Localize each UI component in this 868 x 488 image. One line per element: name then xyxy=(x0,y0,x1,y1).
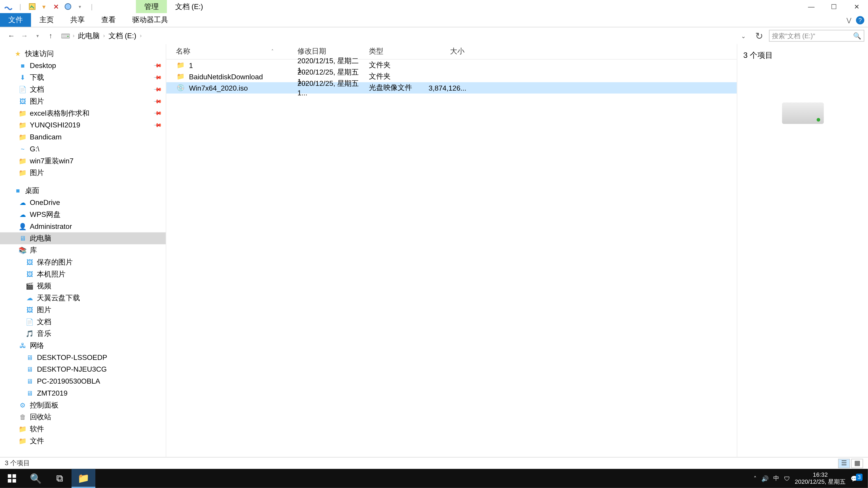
ribbon-home-tab[interactable]: 主页 xyxy=(31,13,62,27)
tree-software[interactable]: 📁软件 xyxy=(0,423,166,435)
breadcrumb-drive[interactable]: 文档 (E:) xyxy=(107,31,138,41)
tree-libraries[interactable]: 📚库 xyxy=(0,244,166,256)
column-date[interactable]: 修改日期 xyxy=(298,46,369,57)
breadcrumb-this-pc[interactable]: 此电脑 xyxy=(77,31,101,41)
qat-properties-icon[interactable] xyxy=(27,2,37,11)
tree-pictures[interactable]: 🖼图片📌 xyxy=(0,95,166,107)
tree-lib-tianyi[interactable]: ☁天翼云盘下载 xyxy=(0,292,166,304)
tree-onedrive[interactable]: ☁OneDrive xyxy=(0,197,166,208)
nav-back-button[interactable]: ← xyxy=(6,32,17,40)
tray-time: 16:32 xyxy=(795,471,846,479)
pin-icon: 📌 xyxy=(153,97,162,106)
column-name[interactable]: 名称˄ xyxy=(166,46,298,57)
action-center-icon[interactable]: 💬3 xyxy=(850,475,864,482)
help-icon[interactable]: ? xyxy=(856,16,864,24)
file-date: 2020/12/25, 星期五 1... xyxy=(298,78,369,97)
ribbon-expand-icon[interactable]: ⋁ xyxy=(846,17,851,23)
pin-icon: 📌 xyxy=(153,109,162,118)
refresh-button[interactable]: ↻ xyxy=(752,30,767,41)
tree-lib-music[interactable]: 🎵音乐 xyxy=(0,328,166,339)
tree-pictures-2[interactable]: 📁图片 xyxy=(0,167,166,179)
address-dropdown-icon[interactable]: ⌄ xyxy=(737,33,749,39)
tree-documents[interactable]: 📄文档📌 xyxy=(0,84,166,95)
qat-new-folder-icon[interactable]: ▾ xyxy=(39,2,49,11)
tree-label: 图片 xyxy=(37,305,51,315)
tree-this-pc[interactable]: 🖥此电脑 xyxy=(0,232,166,244)
tray-defender-icon[interactable]: 🛡 xyxy=(784,475,790,482)
tree-win7reinstall[interactable]: 📁win7重装win7 xyxy=(0,155,166,167)
address-bar[interactable]: › 此电脑 › 文档 (E:) › ⌄ xyxy=(58,31,749,41)
tree-excel-folder[interactable]: 📁excel表格制作求和📌 xyxy=(0,107,166,119)
file-row[interactable]: 📁12020/12/15, 星期二 1...文件夹 xyxy=(166,60,737,71)
tray-overflow-icon[interactable]: ˄ xyxy=(754,475,756,482)
tree-pc4[interactable]: 🖥ZMT2019 xyxy=(0,387,166,399)
breadcrumb-sep-1[interactable]: › xyxy=(103,33,105,39)
user-icon: 👤 xyxy=(18,222,27,231)
ribbon-drivetools-tab[interactable]: 驱动器工具 xyxy=(124,13,176,27)
search-icon: 🔍 xyxy=(853,32,862,39)
tree-pc2[interactable]: 🖥DESKTOP-NJEU3CG xyxy=(0,363,166,376)
cloud-icon: ☁ xyxy=(25,293,35,302)
search-button[interactable]: 🔍 xyxy=(24,469,48,488)
tree-files[interactable]: 📁文件 xyxy=(0,435,166,447)
nav-forward-button[interactable]: → xyxy=(19,32,30,40)
breadcrumb-sep-0[interactable]: › xyxy=(73,33,74,39)
tree-admin[interactable]: 👤Administrator xyxy=(0,221,166,232)
tree-recycle-bin[interactable]: 🗑回收站 xyxy=(0,411,166,423)
tray-ime-indicator[interactable]: 中 xyxy=(773,474,779,483)
file-list[interactable]: 名称˄ 修改日期 类型 大小 📁12020/12/15, 星期二 1...文件夹… xyxy=(166,44,737,457)
file-type: 文件夹 xyxy=(369,60,429,70)
close-button[interactable]: ✕ xyxy=(845,0,868,13)
nav-up-button[interactable]: ↑ xyxy=(45,32,56,40)
tray-clock[interactable]: 16:32 2020/12/25, 星期五 xyxy=(795,471,846,486)
breadcrumb-sep-2[interactable]: › xyxy=(140,33,142,39)
network-icon: 🖧 xyxy=(18,341,27,350)
nav-history-dropdown[interactable]: ▾ xyxy=(32,33,43,38)
tree-bandicam[interactable]: 📁Bandicam xyxy=(0,131,166,143)
tree-desktop[interactable]: ■Desktop📌 xyxy=(0,60,166,72)
ribbon-share-tab[interactable]: 共享 xyxy=(62,13,93,27)
qat-dropdown-icon[interactable]: ▾ xyxy=(75,2,85,11)
tree-wps[interactable]: ☁WPS网盘 xyxy=(0,208,166,221)
file-row[interactable]: 💿Win7x64_2020.iso2020/12/25, 星期五 1...光盘映… xyxy=(166,82,737,94)
qat-delete-icon[interactable]: ✕ xyxy=(51,2,61,11)
maximize-button[interactable]: ☐ xyxy=(823,0,845,13)
search-input[interactable]: 搜索"文档 (E:)" 🔍 xyxy=(769,30,864,42)
tree-pc3[interactable]: 🖥PC-20190530OBLA xyxy=(0,375,166,387)
tree-pc1[interactable]: 🖥DESKTOP-LSSOEDP xyxy=(0,352,166,363)
column-size[interactable]: 大小 xyxy=(429,46,464,57)
column-type[interactable]: 类型 xyxy=(369,46,429,57)
file-row[interactable]: 📁BaiduNetdiskDownload2020/12/25, 星期五 1..… xyxy=(166,71,737,82)
taskbar-explorer[interactable]: 📁 xyxy=(71,469,95,488)
tree-lib-docs[interactable]: 📄文档 xyxy=(0,316,166,328)
folder-icon: 📁 xyxy=(18,121,27,130)
tree-lib-videos[interactable]: 🎬视频 xyxy=(0,280,166,292)
preview-count-text: 3 个项目 xyxy=(743,50,862,61)
ribbon-view-tab[interactable]: 查看 xyxy=(93,13,124,27)
task-view-button[interactable]: ⧉ xyxy=(48,469,71,488)
tree-lib-pictures[interactable]: 🖼图片 xyxy=(0,304,166,316)
start-button[interactable] xyxy=(0,469,24,488)
svg-rect-4 xyxy=(8,474,11,478)
tree-quick-access[interactable]: ★快速访问 xyxy=(0,48,166,60)
tray-volume-icon[interactable]: 🔊 xyxy=(761,475,769,482)
file-name: Win7x64_2020.iso xyxy=(189,84,248,92)
qat-undo-icon[interactable] xyxy=(63,2,73,11)
view-thumbnails-button[interactable]: ▦ xyxy=(851,458,863,468)
content-pane: 名称˄ 修改日期 类型 大小 📁12020/12/15, 星期二 1...文件夹… xyxy=(166,44,868,457)
tree-yunqishi[interactable]: 📁YUNQISHI2019📌 xyxy=(0,119,166,131)
tree-control-panel[interactable]: ⚙控制面板 xyxy=(0,399,166,411)
view-mode-switch: ☰ ▦ xyxy=(838,458,863,468)
view-details-button[interactable]: ☰ xyxy=(838,458,850,468)
ribbon-file-tab[interactable]: 文件 xyxy=(0,13,31,27)
tree-downloads[interactable]: ⬇下载📌 xyxy=(0,71,166,84)
minimize-button[interactable]: — xyxy=(800,0,823,13)
tree-network[interactable]: 🖧网络 xyxy=(0,339,166,352)
tree-desktop-root[interactable]: ■桌面 xyxy=(0,185,166,197)
tree-gdrive[interactable]: ~G:\ xyxy=(0,143,166,155)
tree-lib-camera-roll[interactable]: 🖼本机照片 xyxy=(0,268,166,280)
tree-lib-saved-pics[interactable]: 🖼保存的图片 xyxy=(0,256,166,268)
file-name: BaiduNetdiskDownload xyxy=(189,72,263,80)
navigation-tree[interactable]: ★快速访问 ■Desktop📌 ⬇下载📌 📄文档📌 🖼图片📌 📁excel表格制… xyxy=(0,44,166,457)
context-tab-manage[interactable]: 管理 xyxy=(136,0,167,13)
